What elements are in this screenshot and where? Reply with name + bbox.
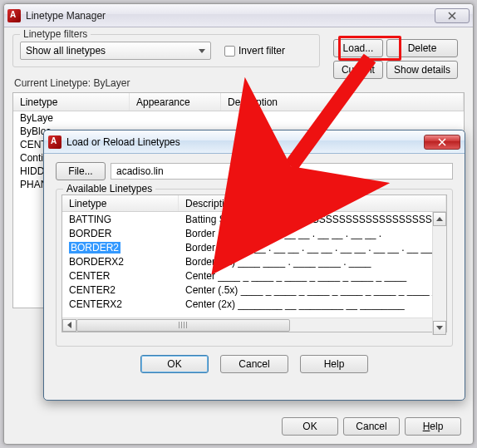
col-linetype[interactable]: Linetype [13,93,130,111]
available-item[interactable]: BORDER2Border (.5x) __ __ . __ __ . __ _… [62,240,446,254]
cancel-button[interactable]: Cancel [343,417,400,436]
dropdown-value: Show all linetypes [26,45,106,57]
load-button[interactable]: Load... [333,39,383,57]
help-button[interactable]: Help [405,417,461,436]
file-button[interactable]: File... [56,162,106,180]
dlg-col-linetype[interactable]: Linetype [62,195,179,211]
filters-label: Linetype filters [20,28,91,40]
checkbox-icon [224,46,235,57]
dialog-title: Load or Reload Linetypes [66,136,180,148]
show-details-button[interactable]: Show details [386,61,458,79]
window-title: Linetype Manager [26,10,106,22]
available-item[interactable]: CENTERX2Center (2x) ________ __ ________… [62,297,446,311]
available-list[interactable]: Linetype Description BATTINGBatting SSSS… [61,194,447,332]
scroll-up-icon[interactable] [433,212,446,226]
dialog-cancel-button[interactable]: Cancel [220,355,288,373]
close-icon [448,12,456,20]
delete-button[interactable]: Delete [386,39,458,57]
col-appearance[interactable]: Appearance [130,93,221,111]
available-item[interactable]: CENTERCenter ____ _ ____ _ ____ _ ____ _… [62,268,446,283]
file-input[interactable]: acadiso.lin [111,163,453,180]
filter-dropdown[interactable]: Show all linetypes [20,42,211,60]
invert-filter-label: Invert filter [238,45,285,57]
dialog-titlebar[interactable]: Load or Reload Linetypes [44,130,465,154]
available-item[interactable]: BATTINGBatting SSSSSSSSSSSSSSSSSSSSSSSSS… [62,212,446,226]
chevron-down-icon [199,49,205,53]
scroll-down-icon[interactable] [433,321,446,335]
close-button[interactable] [435,8,470,23]
horizontal-scrollbar[interactable] [62,318,446,332]
load-linetypes-dialog: Load or Reload Linetypes File... acadiso… [43,130,465,401]
current-button[interactable]: Current [333,61,383,79]
scroll-thumb[interactable] [76,319,290,332]
scroll-left-icon[interactable] [62,319,76,332]
filters-group: Linetype filters Show all linetypes Inve… [12,34,320,67]
available-item[interactable]: CENTER2Center (.5x) ____ _ ____ _ ____ _… [62,283,446,297]
dialog-ok-button[interactable]: OK [140,355,209,373]
available-item[interactable]: BORDERBorder __ __ . __ __ . __ __ . __ … [62,226,446,240]
available-linetypes-group: Available Linetypes Linetype Description… [56,189,453,347]
autocad-icon [48,135,61,149]
vertical-scrollbar[interactable] [432,212,446,335]
dlg-col-description[interactable]: Description [179,195,446,211]
ok-button[interactable]: OK [282,417,338,436]
list-item[interactable]: ByLaye [13,111,464,125]
autocad-icon [7,9,21,22]
col-description[interactable]: Description [221,93,464,111]
available-label: Available Linetypes [63,183,155,194]
invert-filter-checkbox[interactable]: Invert filter [224,45,285,57]
current-linetype-label: Current Linetype: ByLayer [14,77,465,89]
close-icon [438,138,446,146]
dialog-help-button[interactable]: Help [300,355,368,373]
available-item[interactable]: BORDERX2Border (2x) ____ ____ . ____ ___… [62,254,446,268]
list-header: Linetype Appearance Description [13,93,464,111]
titlebar[interactable]: Linetype Manager [4,4,473,27]
dialog-close-button[interactable] [424,135,460,150]
